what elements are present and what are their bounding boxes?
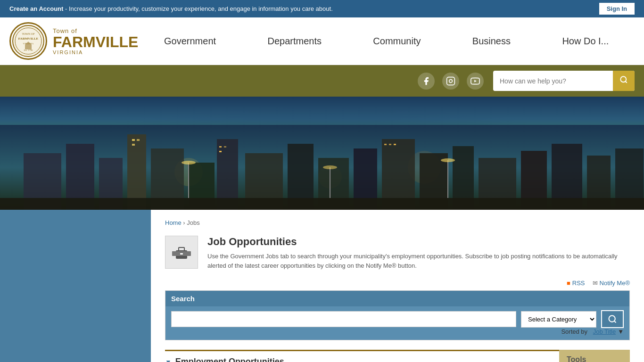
notify-me-link[interactable]: ✉ Notify Me® — [593, 280, 630, 287]
page-header-text: Job Opportunities Use the Government Job… — [207, 236, 630, 270]
svg-rect-8 — [447, 77, 455, 85]
nav-how-do-i[interactable]: How Do I... — [555, 31, 616, 51]
job-search-input[interactable] — [171, 311, 516, 327]
svg-rect-43 — [389, 144, 391, 145]
svg-text:FARMVILLE: FARMVILLE — [18, 37, 39, 41]
instagram-icon[interactable] — [442, 73, 459, 90]
tools-panel: Tools — [559, 350, 630, 362]
nav-departments[interactable]: Departments — [260, 31, 329, 51]
site-logo[interactable]: TOWN OF FARMVILLE VIRGINIA Est. 1798 Tow… — [9, 22, 138, 60]
site-header: TOWN OF FARMVILLE VIRGINIA Est. 1798 Tow… — [0, 17, 644, 65]
employment-title: Employment Opportunities — [175, 357, 284, 362]
svg-line-57 — [614, 321, 616, 323]
create-account-link[interactable]: Create an Account — [9, 5, 63, 12]
employment-header: ▼ Employment Opportunities — [165, 350, 559, 362]
svg-point-49 — [323, 165, 337, 169]
job-search-button[interactable] — [601, 310, 624, 328]
job-opportunities-icon — [165, 236, 198, 269]
briefcase-icon — [172, 243, 191, 262]
triangle-icon: ▼ — [165, 358, 172, 362]
svg-rect-55 — [180, 253, 183, 255]
search-go-icon — [608, 314, 617, 324]
content-area: Home › Jobs Job Opportunities Use the Go… — [151, 210, 644, 362]
breadcrumb-home[interactable]: Home — [165, 219, 182, 226]
svg-rect-37 — [137, 139, 140, 141]
search-section: Search Select a Category Sorted by Job T… — [165, 290, 630, 340]
svg-rect-36 — [132, 139, 135, 141]
youtube-icon[interactable] — [467, 73, 484, 90]
category-select[interactable]: Select a Category — [521, 311, 596, 328]
page-header: Job Opportunities Use the Government Job… — [165, 236, 630, 270]
bottom-row: ▼ Employment Opportunities Tools — [165, 350, 630, 362]
svg-point-11 — [620, 76, 626, 82]
breadcrumb: Home › Jobs — [165, 219, 630, 226]
logo-text: Town of FARMVILLE VIRGINIA — [53, 27, 138, 55]
svg-point-47 — [182, 161, 196, 165]
svg-rect-45 — [0, 198, 644, 210]
page-description: Use the Government Jobs tab to search th… — [207, 252, 630, 270]
email-icon: ✉ — [593, 280, 598, 287]
logo-circle: TOWN OF FARMVILLE VIRGINIA Est. 1798 — [9, 22, 47, 60]
facebook-icon[interactable] — [418, 73, 435, 90]
sign-in-button[interactable]: Sign In — [599, 3, 635, 15]
social-search-bar — [0, 65, 644, 97]
svg-rect-39 — [219, 146, 222, 148]
sorted-by-label: Sorted by Job Title ▼ — [561, 328, 624, 335]
top-banner: Create an Account - Increase your produc… — [0, 0, 644, 17]
logo-virginia: VIRGINIA — [53, 49, 138, 55]
svg-text:TOWN OF: TOWN OF — [22, 33, 35, 35]
main-layout: Home › Jobs Job Opportunities Use the Go… — [0, 210, 644, 362]
rss-bar: ■ RSS ✉ Notify Me® — [165, 280, 630, 287]
rss-icon: ■ — [567, 280, 570, 287]
header-search — [493, 71, 635, 91]
breadcrumb-current: Jobs — [187, 219, 199, 226]
svg-rect-41 — [219, 151, 222, 152]
svg-marker-10 — [474, 80, 477, 82]
svg-line-12 — [625, 81, 627, 82]
banner-message: Create an Account - Increase your produc… — [9, 5, 333, 12]
rss-link[interactable]: ■ RSS — [567, 280, 585, 287]
search-label: Search — [165, 291, 629, 306]
svg-rect-40 — [224, 146, 226, 148]
sidebar — [0, 210, 151, 362]
job-title-sort-link[interactable]: Job Title — [593, 328, 616, 335]
svg-rect-42 — [384, 144, 387, 145]
logo-seal-icon: TOWN OF FARMVILLE VIRGINIA Est. 1798 — [12, 25, 45, 58]
logo-farmville: FARMVILLE — [53, 34, 138, 49]
employment-content: ▼ Employment Opportunities — [165, 350, 559, 362]
svg-rect-44 — [394, 144, 396, 145]
svg-point-0 — [13, 25, 44, 57]
sorted-row: Sorted by Job Title ▼ — [165, 328, 629, 340]
rss-label: RSS — [572, 280, 585, 287]
nav-community[interactable]: Community — [366, 31, 428, 51]
main-nav: Government Departments Community Busines… — [138, 31, 635, 51]
header-search-input[interactable] — [493, 73, 613, 90]
hero-image — [0, 97, 644, 210]
notify-me-label: Notify Me® — [600, 280, 630, 287]
search-icon — [619, 75, 628, 84]
nav-business[interactable]: Business — [465, 31, 518, 51]
tools-header: Tools — [559, 350, 630, 362]
hero-buildings-svg — [0, 125, 644, 210]
svg-point-56 — [609, 316, 615, 322]
svg-point-51 — [441, 158, 455, 162]
header-search-button[interactable] — [613, 71, 635, 91]
sort-arrow: ▼ — [618, 328, 624, 335]
page-title: Job Opportunities — [207, 236, 630, 248]
social-icons — [418, 73, 484, 90]
banner-text: - Increase your productivity, customize … — [65, 5, 333, 12]
svg-rect-38 — [132, 144, 135, 146]
svg-rect-6 — [25, 45, 32, 49]
nav-government[interactable]: Government — [157, 31, 223, 51]
